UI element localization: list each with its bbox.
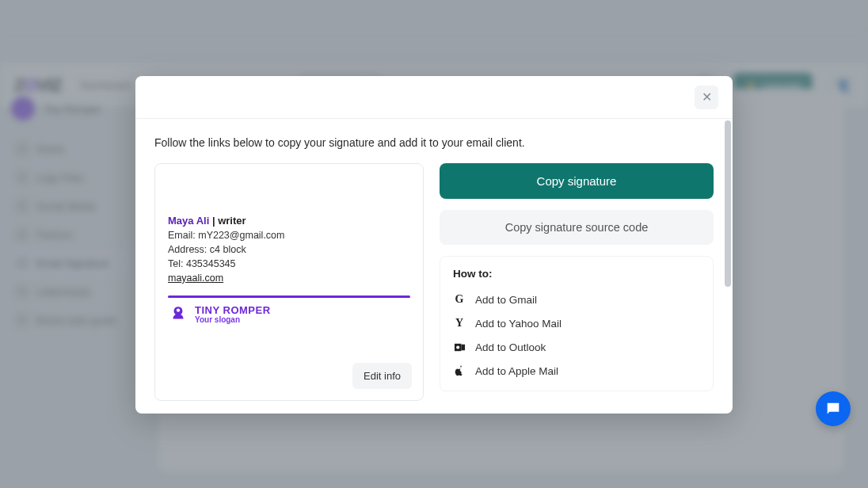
chat-fab[interactable]	[816, 391, 851, 426]
scrollbar-thumb[interactable]	[725, 120, 731, 287]
modal-scrollbar[interactable]	[725, 120, 731, 410]
copy-signature-button[interactable]: Copy signature	[440, 163, 714, 199]
signature-email: Email: mY223@gmail.com	[168, 230, 410, 241]
brand-logo-icon	[168, 304, 188, 325]
signature-url[interactable]: mayaali.com	[168, 273, 223, 284]
apple-icon	[453, 364, 466, 377]
howto-apple-mail[interactable]: Add to Apple Mail	[453, 359, 700, 383]
modal-overlay[interactable]: ✕ Follow the links below to copy your si…	[0, 0, 868, 488]
close-button[interactable]: ✕	[695, 86, 718, 109]
modal-instructions: Follow the links below to copy your sign…	[154, 136, 714, 149]
signature-name-line: Maya Ali | writer	[168, 215, 410, 227]
svg-point-0	[177, 308, 180, 311]
modal-header: ✕	[135, 76, 733, 119]
brand-logo-slogan: Your slogan	[195, 316, 271, 325]
howto-title: How to:	[453, 268, 700, 280]
signature-preview: Maya Ali | writer Email: mY223@gmail.com…	[154, 163, 424, 401]
signature-modal: ✕ Follow the links below to copy your si…	[135, 76, 733, 414]
signature-tel: Tel: 435345345	[168, 258, 410, 269]
signature-logo: TINY ROMPER Your slogan	[168, 304, 410, 325]
gmail-icon: G	[453, 293, 466, 306]
yahoo-icon: Y	[453, 317, 466, 330]
signature-divider	[168, 295, 410, 298]
modal-actions: Copy signature Copy signature source cod…	[440, 163, 714, 391]
howto-outlook[interactable]: Add to Outlook	[453, 335, 700, 359]
brand-logo-text: TINY ROMPER	[195, 305, 271, 316]
modal-body: Follow the links below to copy your sign…	[135, 119, 733, 414]
howto-gmail[interactable]: G Add to Gmail	[453, 288, 700, 311]
howto-section: How to: G Add to Gmail Y Add to Yahoo Ma…	[440, 256, 714, 391]
signature-address: Address: c4 block	[168, 244, 410, 255]
chat-icon	[824, 400, 842, 417]
svg-rect-2	[461, 344, 465, 350]
howto-yahoo[interactable]: Y Add to Yahoo Mail	[453, 311, 700, 335]
close-icon: ✕	[702, 90, 712, 105]
copy-source-button[interactable]: Copy signature source code	[440, 210, 714, 245]
outlook-icon	[453, 341, 466, 353]
edit-info-button[interactable]: Edit info	[352, 363, 412, 389]
svg-point-3	[456, 345, 459, 349]
